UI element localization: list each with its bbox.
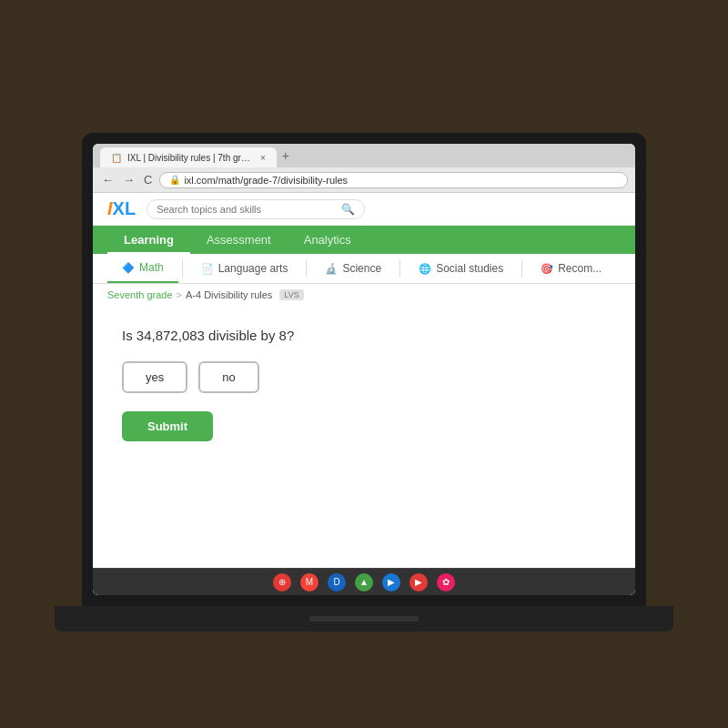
site-content: I XL 🔍 Learning Assessment Analytics: [93, 193, 635, 595]
taskbar-drive[interactable]: ▲: [355, 573, 373, 592]
answer-no[interactable]: no: [198, 361, 258, 393]
tab-recommended[interactable]: 🎯 Recom...: [526, 255, 616, 282]
breadcrumb-separator: >: [177, 289, 182, 300]
taskbar-youtube[interactable]: ▶: [410, 573, 428, 592]
taskbar-gmail[interactable]: M: [300, 573, 318, 592]
tab-title: IXL | Divisibility rules | 7th grade: [127, 153, 255, 163]
main-content: Is 34,872,083 divisible by 8? yes no Sub…: [93, 306, 635, 568]
back-button[interactable]: ←: [100, 173, 116, 187]
ixl-logo: I XL: [107, 198, 136, 219]
lock-icon: 🔒: [169, 175, 180, 185]
browser-window: 📋 IXL | Divisibility rules | 7th grade ×…: [93, 144, 635, 595]
tab-separator: [182, 259, 183, 278]
social-icon: 🌐: [419, 263, 431, 275]
taskbar-docs[interactable]: D: [328, 573, 346, 592]
breadcrumb-badge: LVS: [279, 289, 303, 300]
answer-options: yes no: [122, 361, 606, 393]
subject-tabs: 🔷 Math 📄 Language arts 🔬 Science: [93, 254, 635, 284]
question-text: Is 34,872,083 divisible by 8?: [122, 328, 606, 343]
tab-separator-2: [306, 259, 307, 278]
url-text: ixl.com/math/grade-7/divisibility-rules: [184, 175, 348, 186]
search-input[interactable]: [157, 204, 336, 215]
tab-assessment[interactable]: Assessment: [190, 226, 288, 254]
taskbar-chrome[interactable]: ⊕: [273, 573, 291, 592]
tab-science[interactable]: 🔬 Science: [310, 255, 396, 282]
answer-yes[interactable]: yes: [122, 361, 187, 393]
breadcrumb: Seventh grade > A-4 Divisibility rules L…: [93, 284, 635, 306]
submit-button[interactable]: Submit: [122, 411, 213, 441]
address-bar-row: ← → C 🔒 ixl.com/math/grade-7/divisibilit…: [93, 167, 635, 193]
new-tab-button[interactable]: +: [277, 148, 295, 163]
laptop-screen: 📋 IXL | Divisibility rules | 7th grade ×…: [82, 133, 646, 606]
lang-icon: 📄: [201, 263, 214, 275]
tab-math[interactable]: 🔷 Math: [107, 254, 178, 283]
refresh-button[interactable]: C: [142, 173, 154, 187]
math-icon: 🔷: [122, 262, 135, 274]
logo-xl: XL: [113, 198, 136, 219]
ixl-header: I XL 🔍: [93, 193, 635, 226]
tab-bar: 📋 IXL | Divisibility rules | 7th grade ×…: [93, 144, 635, 167]
laptop-hinge: [309, 616, 419, 622]
forward-button[interactable]: →: [121, 173, 136, 187]
nav-tabs: Learning Assessment Analytics: [93, 226, 635, 254]
breadcrumb-grade[interactable]: Seventh grade: [107, 289, 173, 300]
search-box[interactable]: 🔍: [147, 199, 365, 219]
tab-separator-4: [521, 259, 522, 278]
address-box[interactable]: 🔒 ixl.com/math/grade-7/divisibility-rule…: [159, 172, 628, 188]
laptop-base: [55, 606, 673, 632]
taskbar: ⊕ M D ▲ ▶ ▶ ✿: [93, 568, 635, 595]
search-icon: 🔍: [341, 203, 355, 216]
recommended-icon: 🎯: [541, 263, 553, 275]
science-icon: 🔬: [325, 263, 338, 275]
tab-language-arts[interactable]: 📄 Language arts: [187, 255, 303, 282]
taskbar-play[interactable]: ▶: [382, 573, 400, 592]
tab-learning[interactable]: Learning: [107, 226, 190, 254]
screen-bezel: 📋 IXL | Divisibility rules | 7th grade ×…: [93, 144, 635, 595]
tab-separator-3: [399, 259, 400, 278]
taskbar-photos[interactable]: ✿: [437, 573, 455, 592]
tab-analytics[interactable]: Analytics: [288, 226, 368, 254]
browser-tab[interactable]: 📋 IXL | Divisibility rules | 7th grade ×: [100, 147, 277, 167]
breadcrumb-topic: A-4 Divisibility rules: [186, 289, 272, 300]
tab-social-studies[interactable]: 🌐 Social studies: [404, 255, 518, 282]
tab-close-icon[interactable]: ×: [260, 153, 266, 163]
